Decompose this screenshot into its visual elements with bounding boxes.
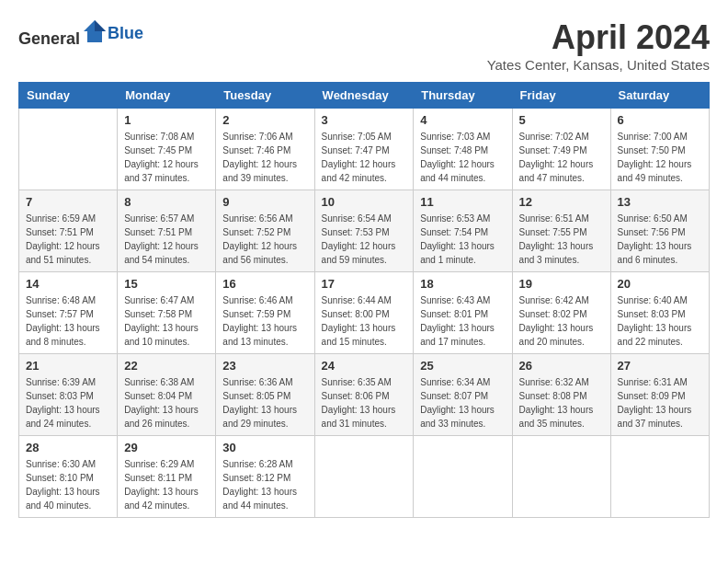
day-info: Sunrise: 6:28 AMSunset: 8:12 PMDaylight:… (222, 457, 307, 512)
calendar-cell (610, 436, 709, 518)
day-number: 1 (124, 113, 209, 127)
day-info: Sunrise: 6:54 AMSunset: 7:53 PMDaylight:… (322, 212, 407, 267)
calendar-week-row: 21Sunrise: 6:39 AMSunset: 8:03 PMDayligh… (19, 354, 710, 436)
calendar-cell: 30Sunrise: 6:28 AMSunset: 8:12 PMDayligh… (216, 436, 314, 518)
day-number: 22 (124, 359, 209, 373)
calendar-cell (19, 109, 118, 190)
calendar-week-row: 1Sunrise: 7:08 AMSunset: 7:45 PMDaylight… (19, 109, 710, 190)
day-info: Sunrise: 6:51 AMSunset: 7:55 PMDaylight:… (519, 212, 604, 267)
day-info: Sunrise: 6:46 AMSunset: 7:59 PMDaylight:… (222, 293, 307, 349)
calendar-cell: 20Sunrise: 6:40 AMSunset: 8:03 PMDayligh… (610, 272, 709, 354)
day-number: 29 (124, 441, 209, 454)
location-title: Yates Center, Kansas, United States (487, 57, 710, 73)
day-info: Sunrise: 6:39 AMSunset: 8:03 PMDaylight:… (26, 375, 110, 431)
svg-marker-1 (95, 20, 106, 31)
day-number: 27 (618, 359, 702, 373)
calendar-cell: 1Sunrise: 7:08 AMSunset: 7:45 PMDaylight… (118, 109, 216, 190)
weekday-header: Monday (118, 83, 216, 109)
calendar-cell: 29Sunrise: 6:29 AMSunset: 8:11 PMDayligh… (118, 436, 216, 518)
day-info: Sunrise: 6:44 AMSunset: 8:00 PMDaylight:… (322, 293, 407, 349)
day-info: Sunrise: 7:05 AMSunset: 7:47 PMDaylight:… (322, 130, 407, 185)
calendar-cell: 2Sunrise: 7:06 AMSunset: 7:46 PMDaylight… (216, 109, 314, 190)
day-info: Sunrise: 7:03 AMSunset: 7:48 PMDaylight:… (420, 130, 505, 185)
day-number: 24 (322, 359, 407, 373)
day-info: Sunrise: 6:42 AMSunset: 8:02 PMDaylight:… (519, 293, 604, 349)
calendar-cell: 28Sunrise: 6:30 AMSunset: 8:10 PMDayligh… (19, 436, 118, 518)
calendar-week-row: 14Sunrise: 6:48 AMSunset: 7:57 PMDayligh… (19, 272, 710, 354)
day-info: Sunrise: 6:29 AMSunset: 8:11 PMDaylight:… (124, 457, 209, 512)
logo-icon (82, 18, 108, 44)
page-header: General Blue April 2024 Yates Center, Ka… (18, 18, 710, 73)
calendar-cell: 24Sunrise: 6:35 AMSunset: 8:06 PMDayligh… (314, 354, 414, 436)
day-number: 5 (519, 113, 604, 127)
day-number: 15 (124, 277, 209, 291)
day-number: 4 (420, 113, 505, 127)
calendar-cell: 18Sunrise: 6:43 AMSunset: 8:01 PMDayligh… (414, 272, 512, 354)
calendar-cell: 4Sunrise: 7:03 AMSunset: 7:48 PMDaylight… (414, 109, 512, 190)
calendar-cell: 6Sunrise: 7:00 AMSunset: 7:50 PMDaylight… (610, 109, 709, 190)
calendar-table: SundayMondayTuesdayWednesdayThursdayFrid… (18, 82, 710, 518)
title-section: April 2024 Yates Center, Kansas, United … (487, 18, 710, 73)
calendar-cell: 10Sunrise: 6:54 AMSunset: 7:53 PMDayligh… (314, 190, 414, 272)
day-info: Sunrise: 6:59 AMSunset: 7:51 PMDaylight:… (26, 212, 110, 267)
day-number: 12 (519, 195, 604, 209)
calendar-cell: 8Sunrise: 6:57 AMSunset: 7:51 PMDaylight… (118, 190, 216, 272)
day-info: Sunrise: 6:34 AMSunset: 8:07 PMDaylight:… (420, 375, 505, 431)
calendar-week-row: 7Sunrise: 6:59 AMSunset: 7:51 PMDaylight… (19, 190, 710, 272)
day-info: Sunrise: 7:06 AMSunset: 7:46 PMDaylight:… (222, 130, 307, 185)
day-info: Sunrise: 6:30 AMSunset: 8:10 PMDaylight:… (26, 457, 110, 512)
calendar-cell: 15Sunrise: 6:47 AMSunset: 7:58 PMDayligh… (118, 272, 216, 354)
day-number: 3 (322, 113, 407, 127)
day-info: Sunrise: 6:31 AMSunset: 8:09 PMDaylight:… (618, 375, 702, 431)
weekday-header: Thursday (414, 83, 512, 109)
month-title: April 2024 (487, 18, 710, 57)
calendar-cell (512, 436, 610, 518)
logo: General Blue (18, 18, 143, 49)
day-number: 21 (26, 359, 110, 373)
day-number: 6 (618, 113, 702, 127)
day-info: Sunrise: 6:48 AMSunset: 7:57 PMDaylight:… (26, 293, 110, 349)
day-number: 2 (222, 113, 307, 127)
weekday-header-row: SundayMondayTuesdayWednesdayThursdayFrid… (19, 83, 710, 109)
weekday-header: Sunday (19, 83, 118, 109)
weekday-header: Saturday (610, 83, 709, 109)
day-info: Sunrise: 6:35 AMSunset: 8:06 PMDaylight:… (322, 375, 407, 431)
day-number: 10 (322, 195, 407, 209)
calendar-cell: 22Sunrise: 6:38 AMSunset: 8:04 PMDayligh… (118, 354, 216, 436)
calendar-cell: 5Sunrise: 7:02 AMSunset: 7:49 PMDaylight… (512, 109, 610, 190)
day-number: 13 (618, 195, 702, 209)
logo-general: General (18, 29, 80, 48)
calendar-cell: 12Sunrise: 6:51 AMSunset: 7:55 PMDayligh… (512, 190, 610, 272)
day-info: Sunrise: 6:32 AMSunset: 8:08 PMDaylight:… (519, 375, 604, 431)
calendar-cell (414, 436, 512, 518)
day-info: Sunrise: 6:57 AMSunset: 7:51 PMDaylight:… (124, 212, 209, 267)
day-number: 17 (322, 277, 407, 291)
calendar-cell: 14Sunrise: 6:48 AMSunset: 7:57 PMDayligh… (19, 272, 118, 354)
day-info: Sunrise: 6:47 AMSunset: 7:58 PMDaylight:… (124, 293, 209, 349)
day-info: Sunrise: 6:56 AMSunset: 7:52 PMDaylight:… (222, 212, 307, 267)
weekday-header: Wednesday (314, 83, 414, 109)
day-info: Sunrise: 7:02 AMSunset: 7:49 PMDaylight:… (519, 130, 604, 185)
day-number: 14 (26, 277, 110, 291)
calendar-cell: 16Sunrise: 6:46 AMSunset: 7:59 PMDayligh… (216, 272, 314, 354)
day-number: 26 (519, 359, 604, 373)
day-number: 9 (222, 195, 307, 209)
day-number: 16 (222, 277, 307, 291)
calendar-cell: 7Sunrise: 6:59 AMSunset: 7:51 PMDaylight… (19, 190, 118, 272)
day-info: Sunrise: 6:43 AMSunset: 8:01 PMDaylight:… (420, 293, 505, 349)
calendar-cell: 13Sunrise: 6:50 AMSunset: 7:56 PMDayligh… (610, 190, 709, 272)
day-info: Sunrise: 6:38 AMSunset: 8:04 PMDaylight:… (124, 375, 209, 431)
weekday-header: Tuesday (216, 83, 314, 109)
day-number: 8 (124, 195, 209, 209)
day-number: 28 (26, 441, 110, 454)
day-info: Sunrise: 6:53 AMSunset: 7:54 PMDaylight:… (420, 212, 505, 267)
weekday-header: Friday (512, 83, 610, 109)
calendar-cell: 17Sunrise: 6:44 AMSunset: 8:00 PMDayligh… (314, 272, 414, 354)
day-info: Sunrise: 7:00 AMSunset: 7:50 PMDaylight:… (618, 130, 702, 185)
calendar-cell: 3Sunrise: 7:05 AMSunset: 7:47 PMDaylight… (314, 109, 414, 190)
day-number: 23 (222, 359, 307, 373)
calendar-cell: 9Sunrise: 6:56 AMSunset: 7:52 PMDaylight… (216, 190, 314, 272)
day-number: 18 (420, 277, 505, 291)
day-number: 19 (519, 277, 604, 291)
day-number: 11 (420, 195, 505, 209)
